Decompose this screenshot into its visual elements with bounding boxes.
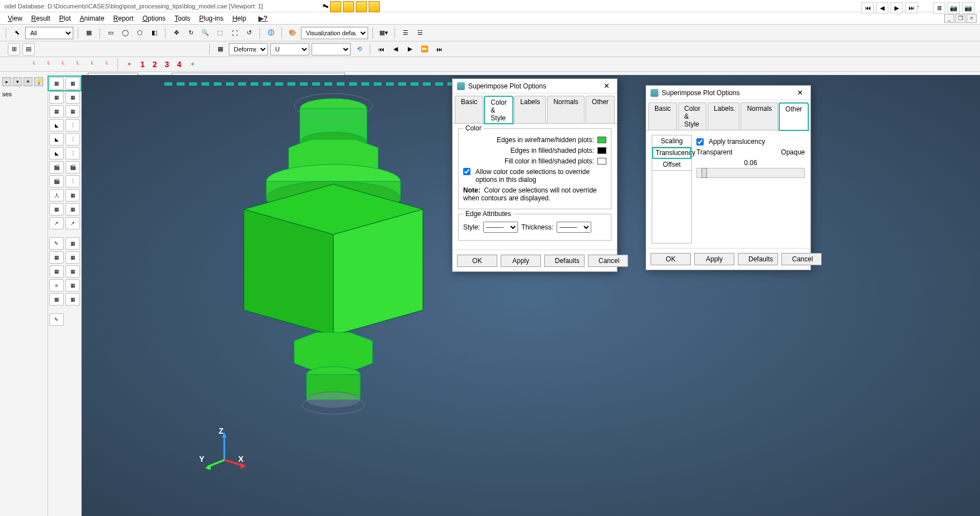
filled-cube-icon[interactable] [356, 1, 367, 12]
dialog2-titlebar[interactable]: Superimpose Plot Options ✕ [646, 86, 811, 100]
perspective-icon[interactable]: ☰ [399, 27, 412, 39]
tb-r11b[interactable]: ↗ [65, 217, 80, 229]
anim-first-icon[interactable]: ⏮ [861, 2, 874, 13]
csys-yz-icon[interactable]: └ [57, 59, 68, 70]
dialog2-tab-labels[interactable]: Labels [708, 102, 739, 130]
view-1[interactable]: 1 [138, 60, 147, 69]
tb-r7b[interactable]: 🎬 [65, 161, 80, 173]
shaded-cube-icon[interactable] [369, 1, 380, 12]
dialog1-edges-wire-swatch[interactable] [597, 137, 606, 143]
tree-expand-icon[interactable]: ▸ [2, 77, 11, 86]
plot-state-icon[interactable]: ▦ [214, 43, 227, 55]
replace-selection-icon[interactable]: ▦ [83, 27, 95, 39]
dialog1-tab-color-style[interactable]: Color & Style [484, 96, 513, 124]
color-palette-icon[interactable]: 🎨 [286, 27, 299, 39]
dialog1-defaults-button[interactable]: Defaults [544, 255, 585, 267]
color-scheme-select[interactable]: Visualization defaults [301, 27, 368, 39]
menu-help[interactable]: Help [228, 13, 251, 24]
selection-scope-select[interactable]: All [25, 27, 73, 39]
tb-r2b[interactable]: ▦ [65, 91, 80, 104]
dialog1-override-checkbox[interactable] [463, 168, 470, 175]
dialog2-tab-color-style[interactable]: Color & Style [678, 102, 706, 130]
menu-plot[interactable]: Plot [55, 13, 76, 24]
anim-last-icon[interactable]: ⏭ [905, 2, 917, 13]
tb-r9a[interactable]: 人 [49, 189, 64, 201]
tb-r12a[interactable]: ✎ [49, 237, 64, 250]
csys-user2-icon[interactable]: └ [101, 59, 112, 70]
tb-r4a[interactable]: ◣ [49, 119, 64, 132]
tree-filter-icon[interactable]: ☀ [23, 77, 32, 86]
dialog2-sidetab-scaling[interactable]: Scaling [652, 135, 691, 147]
camera1-icon[interactable]: 📷 [948, 2, 960, 13]
csys-xy-icon[interactable]: └ [28, 59, 39, 70]
frame-play-icon[interactable]: ▶ [404, 43, 416, 55]
dialog2-ok-button[interactable]: OK [651, 253, 691, 265]
menu-view[interactable]: View [3, 13, 27, 24]
frame-prev-icon[interactable]: ◀ [389, 43, 402, 55]
tb-r14a[interactable]: ▦ [49, 265, 64, 278]
view-2[interactable]: 2 [150, 60, 159, 69]
wireframe-cube-icon[interactable] [330, 1, 341, 12]
dialog1-ok-button[interactable]: OK [457, 255, 497, 267]
menu-plugins[interactable]: Plug-ins [195, 13, 228, 24]
dialog1-cancel-button[interactable]: Cancel [588, 255, 628, 267]
fit-icon[interactable]: ⛶ [228, 27, 241, 39]
menu-animate[interactable]: Animate [76, 13, 109, 24]
menu-result[interactable]: Result [27, 13, 55, 24]
csys-triad-icon[interactable]: ✶ [124, 59, 135, 70]
csys-xz-icon[interactable]: └ [43, 59, 54, 70]
dialog1-close-icon[interactable]: ✕ [600, 82, 613, 90]
frame-next-icon[interactable]: ⏩ [418, 43, 431, 55]
dialog1-tab-basic[interactable]: Basic [455, 96, 483, 123]
tb-r15b[interactable]: ▦ [65, 279, 80, 292]
tb-r9b[interactable]: ▦ [65, 189, 80, 201]
cycle-view-icon[interactable]: ↺ [243, 27, 255, 39]
view-4[interactable]: 4 [175, 60, 183, 69]
dialog1-tab-normals[interactable]: Normals [547, 96, 585, 123]
rotate-icon[interactable]: ↻ [185, 27, 197, 39]
csys-xyz-icon[interactable]: └ [72, 59, 83, 70]
menu-tools[interactable]: Tools [170, 13, 195, 24]
render-style-dropdown[interactable]: ▦▾ [378, 27, 390, 39]
tb-r12b[interactable]: ▦ [65, 237, 80, 250]
tb-r4b[interactable]: ⋮ [65, 119, 80, 132]
tb-r5b[interactable]: ⋮ [65, 133, 80, 146]
dialog2-apply-button[interactable]: Apply [694, 253, 734, 265]
tb-r17a[interactable]: ✎ [49, 313, 64, 326]
select-circle-icon[interactable]: ◯ [119, 27, 131, 39]
view-3[interactable]: 3 [163, 60, 172, 69]
tb-r11a[interactable]: ↗ [49, 217, 64, 229]
dialog1-fill-color-swatch[interactable] [597, 158, 606, 165]
dialog1-apply-button[interactable]: Apply [501, 255, 541, 267]
toolbox-toggle-icon[interactable]: ▤ [22, 43, 35, 55]
tb-r3a[interactable]: ▦ [49, 105, 64, 118]
select-box-icon[interactable]: ▭ [105, 27, 117, 39]
frame-last-icon[interactable]: ⏭ [433, 43, 445, 55]
tb-r16a[interactable]: ▦ [49, 293, 64, 306]
pointer-icon[interactable]: ⬉ [11, 27, 23, 39]
viewport[interactable]: Z Y X Superimpose Plot Options ✕ Basic C… [82, 75, 980, 516]
zoom-icon[interactable]: 🔍 [199, 27, 211, 39]
tree-bulb-icon[interactable]: 💡 [34, 77, 43, 86]
tb-r2a[interactable]: ▦ [49, 91, 64, 104]
dialog1-edges-fill-swatch[interactable] [597, 147, 606, 154]
dialog2-sidetab-translucency[interactable]: Translucency [652, 147, 691, 159]
select-iso-icon[interactable]: ◧ [148, 27, 161, 39]
tb-r10a[interactable]: ▦ [49, 203, 64, 215]
tb-r10b[interactable]: ▦ [65, 203, 80, 215]
tree-toggle-icon[interactable]: ⊞ [8, 43, 20, 55]
tb-r3b[interactable]: ▦ [65, 105, 80, 118]
dialog1-tab-other[interactable]: Other [586, 96, 615, 123]
dialog2-cancel-button[interactable]: Cancel [781, 253, 822, 265]
deformed-select[interactable]: Deformed [229, 43, 268, 55]
tb-r7a[interactable]: 🎬 [49, 161, 64, 173]
dialog2-tab-normals[interactable]: Normals [741, 102, 778, 130]
menu-report[interactable]: Report [109, 13, 138, 24]
csys-user1-icon[interactable]: └ [86, 59, 97, 70]
tb-r6b[interactable]: ⋮ [65, 147, 80, 160]
tb-r15a[interactable]: ≡ [49, 279, 64, 292]
tree-node[interactable]: ses [2, 90, 45, 98]
csys-custom-icon[interactable]: ✦ [187, 59, 198, 70]
info-icon[interactable]: ⓘ [265, 27, 277, 39]
dialog2-tab-other[interactable]: Other [779, 103, 808, 130]
